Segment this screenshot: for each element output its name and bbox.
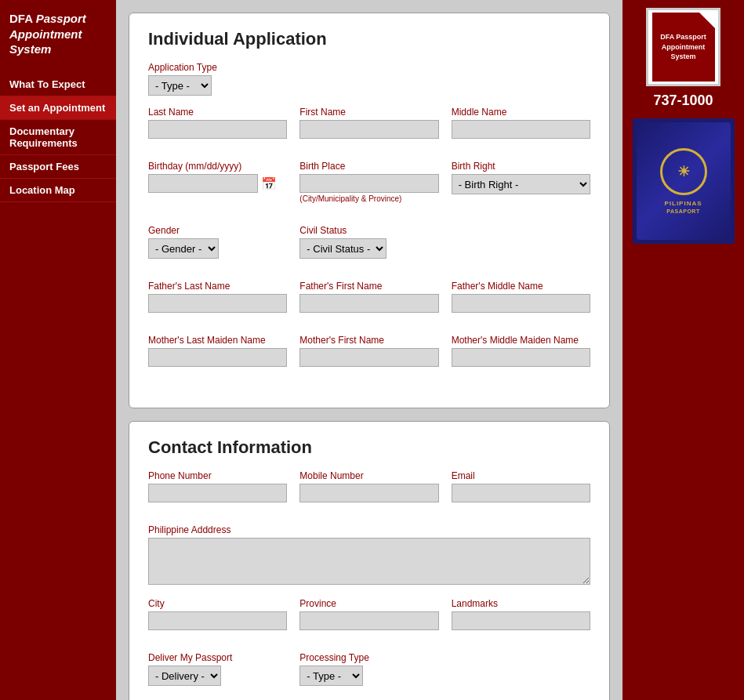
processing-type-group: Processing Type - Type - Regular Expedit…: [299, 652, 438, 686]
sidebar-item-passport-fees[interactable]: Passport Fees: [0, 155, 116, 179]
first-name-label: First Name: [299, 107, 438, 118]
application-type-group: Application Type - Type - New Renewal: [148, 62, 590, 96]
province-input[interactable]: [299, 611, 438, 630]
city-input[interactable]: [148, 611, 287, 630]
sidebar-item-set-appointment[interactable]: Set an Appointment: [0, 96, 116, 120]
processing-type-select[interactable]: - Type - Regular Expedite: [299, 666, 363, 686]
civil-status-select[interactable]: - Civil Status - Single Married Widowed …: [299, 238, 387, 259]
mother-middle-maiden-name-input[interactable]: [452, 348, 590, 367]
father-first-name-group: Father's First Name: [299, 281, 438, 313]
mother-last-maiden-name-input[interactable]: [148, 348, 287, 367]
mother-last-maiden-name-label: Mother's Last Maiden Name: [148, 335, 287, 346]
sidebar-item-documentary-requirements[interactable]: Documentary Requirements: [0, 120, 116, 155]
birth-right-select[interactable]: - Birth Right - By Blood By Birth: [452, 174, 590, 194]
birthday-row: 📅: [148, 174, 287, 193]
email-input[interactable]: [452, 484, 590, 502]
birth-place-label: Birth Place: [299, 161, 438, 172]
middle-name-group: Middle Name: [452, 107, 590, 139]
name-row: Last Name First Name Middle Name: [148, 107, 590, 150]
application-type-label: Application Type: [148, 62, 590, 73]
sidebar-item-what-to-expect[interactable]: What To Expect: [0, 73, 116, 96]
last-name-input[interactable]: [148, 120, 287, 139]
last-name-label: Last Name: [148, 107, 287, 118]
passport-image: ☀ PILIPINAS PASAPORT: [633, 118, 735, 244]
province-label: Province: [299, 598, 438, 609]
passport-seal: ☀: [660, 148, 707, 195]
contact-row: Phone Number Mobile Number Email: [148, 470, 590, 513]
father-last-name-input[interactable]: [148, 294, 287, 313]
last-name-group: Last Name: [148, 107, 287, 139]
phone-number-input[interactable]: [148, 484, 287, 502]
sidebar-title: DFA Passport Appointment System: [0, 0, 116, 70]
right-panel: DFA PassportAppointmentSystem 737-1000 ☀…: [622, 0, 744, 700]
philippine-address-group: Philippine Adddress: [148, 524, 590, 587]
birthday-group: Birthday (mm/dd/yyyy) 📅: [148, 161, 287, 193]
mobile-number-input[interactable]: [299, 484, 438, 502]
deliver-passport-label: Deliver My Passport: [148, 652, 287, 663]
philippine-address-input[interactable]: [148, 538, 590, 585]
birth-right-group: Birth Right - Birth Right - By Blood By …: [452, 161, 590, 194]
phone-number-group: Phone Number: [148, 470, 287, 502]
mobile-number-label: Mobile Number: [299, 470, 438, 481]
birth-place-sub: (City/Municipality & Province): [299, 194, 438, 203]
city-group: City: [148, 598, 287, 630]
dfa-logo-box: DFA PassportAppointmentSystem: [646, 8, 720, 86]
deliver-passport-select[interactable]: - Delivery - Yes No: [148, 666, 221, 686]
gender-group: Gender - Gender - Male Female: [148, 225, 287, 259]
landmarks-label: Landmarks: [452, 598, 590, 609]
father-last-name-label: Father's Last Name: [148, 281, 287, 292]
philippine-address-label: Philippine Adddress: [148, 524, 590, 535]
middle-name-input[interactable]: [452, 120, 590, 139]
mother-middle-maiden-name-label: Mother's Middle Maiden Name: [452, 335, 590, 346]
passport-inner: ☀ PILIPINAS PASAPORT: [637, 122, 731, 240]
gender-select[interactable]: - Gender - Male Female: [148, 238, 219, 259]
dfa-logo-inner: DFA PassportAppointmentSystem: [652, 13, 715, 82]
father-name-row: Father's Last Name Father's First Name F…: [148, 281, 590, 324]
passport-label2: PASAPORT: [666, 209, 699, 214]
father-middle-name-label: Father's Middle Name: [452, 281, 590, 292]
birth-right-label: Birth Right: [452, 161, 590, 172]
mobile-number-group: Mobile Number: [299, 470, 438, 502]
sidebar-nav: What To Expect Set an Appointment Docume…: [0, 73, 116, 202]
contact-information-title: Contact Information: [148, 437, 590, 458]
first-name-group: First Name: [299, 107, 438, 139]
birth-place-input[interactable]: [299, 174, 438, 193]
email-label: Email: [452, 470, 590, 481]
mother-first-name-label: Mother's First Name: [299, 335, 438, 346]
father-middle-name-input[interactable]: [452, 294, 590, 313]
contact-information-section: Contact Information Phone Number Mobile …: [129, 421, 610, 700]
middle-name-label: Middle Name: [452, 107, 590, 118]
individual-application-section: Individual Application Application Type …: [129, 13, 610, 408]
mother-last-maiden-name-group: Mother's Last Maiden Name: [148, 335, 287, 367]
gender-label: Gender: [148, 225, 287, 236]
province-group: Province: [299, 598, 438, 630]
delivery-processing-row: Deliver My Passport - Delivery - Yes No …: [148, 652, 590, 697]
sidebar-item-location-map[interactable]: Location Map: [0, 179, 116, 202]
sidebar: DFA Passport Appointment System What To …: [0, 0, 116, 700]
birth-place-group: Birth Place (City/Municipality & Provinc…: [299, 161, 438, 203]
sidebar-title-dfa: DFA: [9, 12, 36, 25]
calendar-icon[interactable]: 📅: [261, 176, 277, 191]
civil-status-label: Civil Status: [299, 225, 438, 236]
city-label: City: [148, 598, 287, 609]
birthday-input[interactable]: [148, 174, 258, 193]
father-first-name-label: Father's First Name: [299, 281, 438, 292]
email-group: Email: [452, 470, 590, 502]
mother-middle-maiden-name-group: Mother's Middle Maiden Name: [452, 335, 590, 367]
deliver-passport-group: Deliver My Passport - Delivery - Yes No: [148, 652, 287, 686]
mother-first-name-input[interactable]: [299, 348, 438, 367]
civil-status-group: Civil Status - Civil Status - Single Mar…: [299, 225, 438, 259]
father-middle-name-group: Father's Middle Name: [452, 281, 590, 313]
landmarks-input[interactable]: [452, 611, 590, 630]
processing-type-label: Processing Type: [299, 652, 438, 663]
application-type-select[interactable]: - Type - New Renewal: [148, 75, 212, 96]
father-first-name-input[interactable]: [299, 294, 438, 313]
mother-name-row: Mother's Last Maiden Name Mother's First…: [148, 335, 590, 378]
gender-civil-row: Gender - Gender - Male Female Civil Stat…: [148, 225, 590, 270]
dfa-logo-text: DFA PassportAppointmentSystem: [657, 29, 710, 65]
main-content: Individual Application Application Type …: [116, 0, 622, 700]
phone-number-label: Phone Number: [148, 470, 287, 481]
landmarks-group: Landmarks: [452, 598, 590, 630]
first-name-input[interactable]: [299, 120, 438, 139]
mother-first-name-group: Mother's First Name: [299, 335, 438, 367]
